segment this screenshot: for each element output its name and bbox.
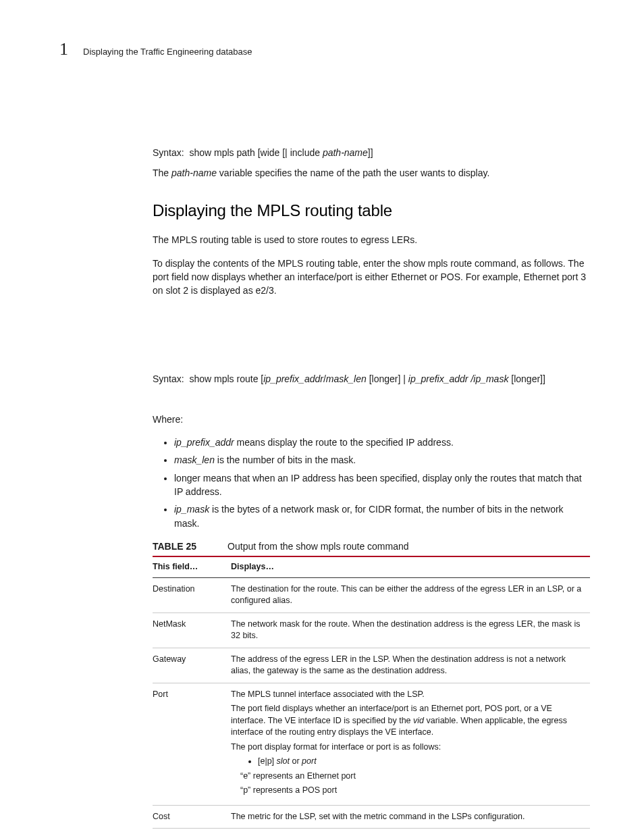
field-name: Destination [153,577,231,613]
paragraph: The path-name variable specifies the nam… [153,166,590,180]
syntax-text: ]] [368,147,373,158]
field-name: Cost [153,805,231,829]
field-name: NetMask [153,613,231,648]
syntax-var: path-name [323,147,368,158]
section-heading: Displaying the MPLS routing table [153,199,590,223]
table-header: This field… [153,556,231,577]
inline-var: mask_len [326,373,367,384]
field-desc: The address of the egress LER in the LSP… [231,648,590,683]
list-item: ip_mask is the bytes of a network mask o… [174,502,590,530]
field-desc: The MPLS tunnel interface associated wit… [231,683,590,805]
table-caption-text: Output from the show mpls route command [227,541,408,552]
list-item: [e|p] slot or port [258,756,586,768]
inline-var: ip_prefix_addr /ip_mask [408,373,509,384]
running-title: Displaying the Traffic Engineering datab… [83,47,252,57]
field-name: Gateway [153,648,231,683]
output-fields-table: This field… Displays… Destination The de… [153,556,590,829]
content-column: Syntax: show mpls path [wide [| include … [153,146,590,829]
list-item: ip_prefix_addr means display the route t… [174,436,590,449]
syntax-prefix: Syntax: [153,373,184,384]
field-desc: The destination for the route. This can … [231,577,590,613]
spacer [153,392,590,413]
list-item: mask_len is the number of bits in the ma… [174,453,590,467]
page: 1 Displaying the Traffic Engineering dat… [0,0,644,834]
table-row: NetMask The network mask for the route. … [153,613,590,648]
spacer [153,307,590,372]
syntax-prefix: Syntax: [153,147,184,158]
inline-var: ip_prefix_addr [263,373,323,384]
where-label: Where: [153,413,590,426]
field-name: Port [153,683,231,805]
syntax-line-2: Syntax: show mpls route [ip_prefix_addr/… [153,372,590,386]
inline-var: path-name [171,167,217,178]
field-desc: The network mask for the route. When the… [231,613,590,648]
table-caption: TABLE 25Output from the show mpls route … [153,540,590,553]
paragraph: To display the contents of the MPLS rout… [153,257,590,298]
syntax-text: show mpls path [wide [| include [189,147,322,158]
table-row: Port The MPLS tunnel interface associate… [153,683,590,805]
table-row: Destination The destination for the rout… [153,577,590,613]
table-row: Cost The metric for the LSP, set with th… [153,805,590,829]
paragraph: The MPLS routing table is used to store … [153,233,590,246]
where-bullets: ip_prefix_addr means display the route t… [153,436,590,530]
field-desc: The metric for the LSP, set with the met… [231,805,590,829]
list-item: longer means that when an IP address has… [174,471,590,499]
chapter-number: 1 [59,41,68,58]
table-header: Displays… [231,556,590,577]
table-label: TABLE 25 [153,541,196,552]
table-header-row: This field… Displays… [153,556,590,577]
syntax-line-1: Syntax: show mpls path [wide [| include … [153,146,590,159]
running-header: 1 Displaying the Traffic Engineering dat… [59,41,603,58]
table-row: Gateway The address of the egress LER in… [153,648,590,683]
